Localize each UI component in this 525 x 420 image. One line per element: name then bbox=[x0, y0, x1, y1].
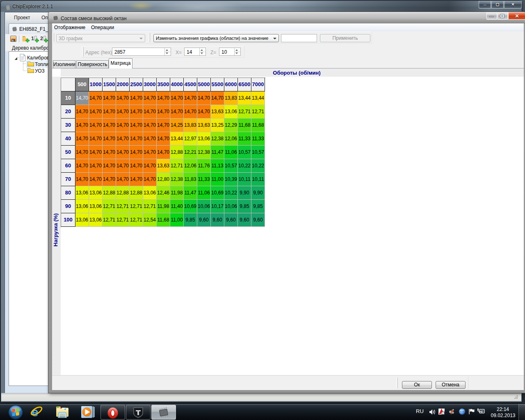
svg-text:2: 2 bbox=[40, 36, 43, 41]
svg-text:1: 1 bbox=[31, 36, 34, 41]
